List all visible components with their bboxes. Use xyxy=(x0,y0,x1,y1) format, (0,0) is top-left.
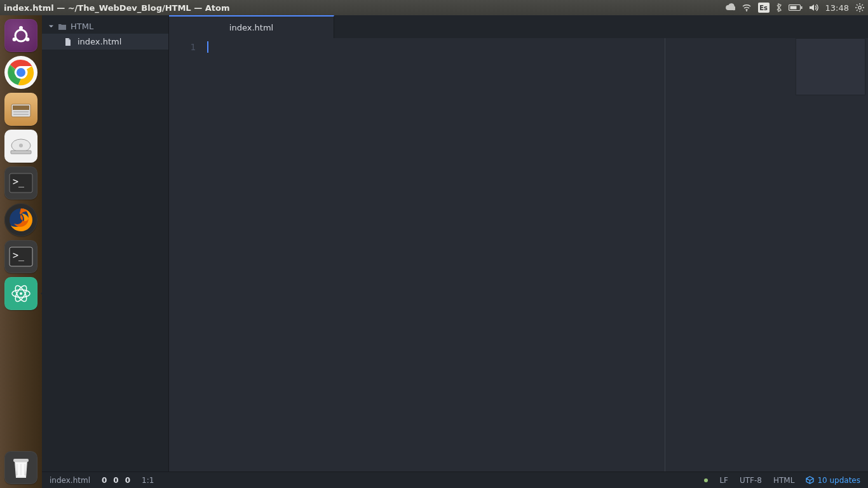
launcher-terminal[interactable]: >_ xyxy=(4,166,37,200)
svg-text:>_: >_ xyxy=(13,176,25,187)
status-git-counts[interactable]: 0 0 0 xyxy=(102,476,130,485)
launcher-firefox[interactable] xyxy=(4,203,37,236)
text-editor[interactable]: 1 xyxy=(169,38,868,471)
svg-rect-18 xyxy=(11,151,31,154)
launcher-disks[interactable] xyxy=(4,130,37,163)
status-cursor-position[interactable]: 1:1 xyxy=(142,476,154,485)
svg-point-0 xyxy=(746,10,747,11)
launcher-trash[interactable] xyxy=(4,451,37,484)
status-encoding[interactable]: UTF-8 xyxy=(740,476,762,485)
svg-point-27 xyxy=(20,292,22,295)
gear-icon[interactable] xyxy=(855,3,864,12)
battery-icon[interactable] xyxy=(789,4,803,11)
status-grammar[interactable]: HTML xyxy=(773,476,794,485)
system-tray: Es 13:48 xyxy=(725,3,864,13)
cloud-sync-icon[interactable] xyxy=(725,3,735,12)
svg-rect-15 xyxy=(13,114,29,115)
svg-point-4 xyxy=(858,6,862,10)
unity-launcher: >_ >_ xyxy=(0,15,42,488)
bluetooth-icon[interactable] xyxy=(776,3,782,12)
status-bar: index.html 0 0 0 1:1 LF UTF-8 HTML 10 up… xyxy=(42,471,868,488)
svg-point-7 xyxy=(25,37,29,41)
package-icon xyxy=(806,476,814,484)
keyboard-layout-indicator[interactable]: Es xyxy=(758,3,770,13)
chevron-down-icon xyxy=(48,24,54,29)
text-cursor xyxy=(207,41,208,53)
line-number-gutter: 1 xyxy=(169,38,207,471)
svg-point-8 xyxy=(13,37,17,41)
launcher-chrome[interactable] xyxy=(4,56,37,89)
svg-point-5 xyxy=(15,30,27,41)
svg-text:>_: >_ xyxy=(13,250,25,261)
launcher-nautilus[interactable] xyxy=(4,93,37,126)
svg-rect-3 xyxy=(790,6,796,10)
tab-bar: index.html xyxy=(169,15,868,38)
tab-index-html[interactable]: index.html xyxy=(169,15,334,38)
tree-root-folder[interactable]: HTML xyxy=(42,19,168,34)
status-line-ending[interactable]: LF xyxy=(719,476,728,485)
editor-pane: index.html 1 xyxy=(169,15,868,471)
tree-view[interactable]: HTML index.html xyxy=(42,15,169,471)
tree-file-label: index.html xyxy=(78,37,121,46)
launcher-dash[interactable] xyxy=(4,19,37,52)
clock[interactable]: 13:48 xyxy=(825,3,849,13)
status-updates[interactable]: 10 updates xyxy=(806,476,860,485)
volume-icon[interactable] xyxy=(809,3,819,12)
file-icon xyxy=(64,37,72,46)
svg-point-11 xyxy=(17,68,25,77)
line-number: 1 xyxy=(169,42,196,52)
svg-rect-14 xyxy=(13,111,29,112)
launcher-terminal-root[interactable]: >_ xyxy=(4,240,37,273)
wifi-icon[interactable] xyxy=(742,3,752,12)
svg-point-17 xyxy=(19,144,23,147)
window-title: index.html — ~/The_WebDev_Blog/HTML — At… xyxy=(4,3,229,13)
tree-file-item[interactable]: index.html xyxy=(42,34,168,50)
folder-icon xyxy=(58,22,67,31)
tree-root-label: HTML xyxy=(71,22,93,31)
code-area[interactable] xyxy=(207,38,868,471)
svg-rect-28 xyxy=(13,459,29,462)
status-filename[interactable]: index.html xyxy=(50,476,90,485)
svg-rect-13 xyxy=(13,105,29,110)
atom-window: HTML index.html index.html 1 xyxy=(42,15,868,488)
os-menubar: index.html — ~/The_WebDev_Blog/HTML — At… xyxy=(0,0,868,15)
svg-rect-2 xyxy=(801,6,802,9)
wrap-guide xyxy=(665,38,665,471)
tab-label: index.html xyxy=(229,23,273,32)
svg-point-6 xyxy=(19,26,23,30)
minimap[interactable] xyxy=(796,38,865,95)
status-indicator-dot xyxy=(704,478,708,482)
launcher-atom[interactable] xyxy=(4,277,37,310)
